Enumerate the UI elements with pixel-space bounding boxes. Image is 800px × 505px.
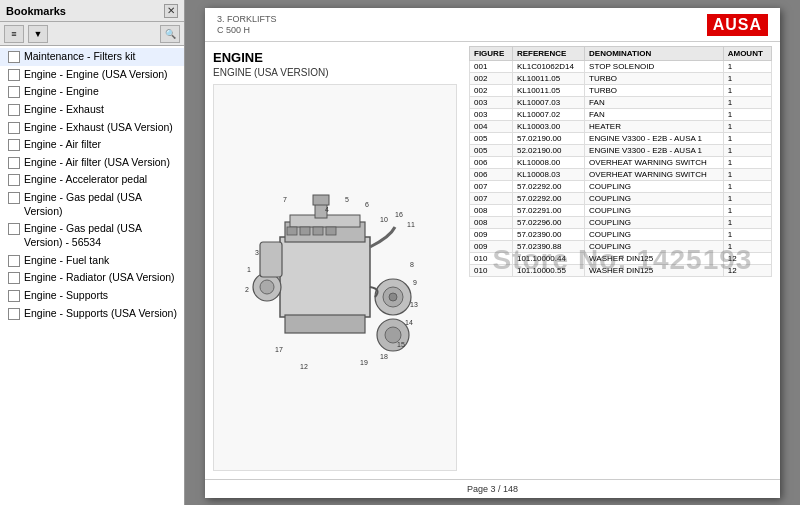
table-cell-16-3: 12 xyxy=(723,252,771,264)
bookmark-item-6[interactable]: Engine - Air filter (USA Version) xyxy=(0,154,184,172)
table-cell-4-2: FAN xyxy=(585,108,724,120)
bookmark-icon-13 xyxy=(8,308,20,320)
table-row: 00557.02190.00ENGINE V3300 - E2B - AUSA … xyxy=(470,132,772,144)
table-cell-14-1: 57.02390.00 xyxy=(512,228,584,240)
svg-text:17: 17 xyxy=(275,346,283,353)
table-cell-1-3: 1 xyxy=(723,72,771,84)
table-row: 010101.10000.44WASHER DIN12512 xyxy=(470,252,772,264)
bookmark-item-10[interactable]: Engine - Fuel tank xyxy=(0,252,184,270)
table-row: 002KL10011.05TURBO1 xyxy=(470,72,772,84)
table-cell-6-0: 005 xyxy=(470,132,513,144)
table-cell-11-0: 007 xyxy=(470,192,513,204)
table-cell-4-0: 003 xyxy=(470,108,513,120)
table-cell-0-3: 1 xyxy=(723,60,771,72)
toolbar-expand-button[interactable]: ≡ xyxy=(4,25,24,43)
bookmark-label-11: Engine - Radiator (USA Version) xyxy=(24,271,180,285)
page-header: 3. FORKLIFTS C 500 H AUSA xyxy=(205,8,780,42)
table-row: 00957.02390.00COUPLING1 xyxy=(470,228,772,240)
engine-diagram-svg: 4 5 6 10 16 11 8 9 13 14 15 18 19 12 xyxy=(225,177,445,377)
svg-rect-0 xyxy=(280,237,370,317)
svg-text:5: 5 xyxy=(345,196,349,203)
engine-title: ENGINE xyxy=(213,50,457,65)
table-cell-3-1: KL10007.03 xyxy=(512,96,584,108)
svg-text:12: 12 xyxy=(300,363,308,370)
bookmark-item-3[interactable]: Engine - Exhaust xyxy=(0,101,184,119)
table-cell-12-1: 57.02291.00 xyxy=(512,204,584,216)
bookmark-item-11[interactable]: Engine - Radiator (USA Version) xyxy=(0,269,184,287)
toolbar-search-button[interactable]: 🔍 xyxy=(160,25,180,43)
bookmark-item-4[interactable]: Engine - Exhaust (USA Version) xyxy=(0,119,184,137)
table-row: 004KL10003.00HEATER1 xyxy=(470,120,772,132)
bookmark-item-5[interactable]: Engine - Air filter xyxy=(0,136,184,154)
bookmark-icon-10 xyxy=(8,255,20,267)
bookmark-icon-12 xyxy=(8,290,20,302)
table-row: 00552.02190.00ENGINE V3300 - E2B - AUSA … xyxy=(470,144,772,156)
table-cell-5-1: KL10003.00 xyxy=(512,120,584,132)
table-cell-9-0: 006 xyxy=(470,168,513,180)
svg-rect-15 xyxy=(300,227,310,235)
table-cell-3-0: 003 xyxy=(470,96,513,108)
document-panel: 3. FORKLIFTS C 500 H AUSA ENGINE ENGINE … xyxy=(185,0,800,505)
svg-rect-14 xyxy=(287,227,297,235)
svg-text:6: 6 xyxy=(365,201,369,208)
svg-rect-17 xyxy=(326,227,336,235)
table-cell-10-0: 007 xyxy=(470,180,513,192)
table-row: 00757.02292.00COUPLING1 xyxy=(470,192,772,204)
table-cell-6-3: 1 xyxy=(723,132,771,144)
svg-text:8: 8 xyxy=(410,261,414,268)
svg-text:1: 1 xyxy=(247,266,251,273)
page-number: Page 3 / 148 xyxy=(467,484,518,494)
svg-text:16: 16 xyxy=(395,211,403,218)
bookmark-item-12[interactable]: Engine - Supports xyxy=(0,287,184,305)
table-cell-6-2: ENGINE V3300 - E2B - AUSA 1 xyxy=(585,132,724,144)
svg-text:9: 9 xyxy=(413,279,417,286)
svg-point-8 xyxy=(260,280,274,294)
bookmark-label-10: Engine - Fuel tank xyxy=(24,254,180,268)
table-header-reference: REFERENCE xyxy=(512,46,584,60)
bookmark-icon-9 xyxy=(8,223,20,235)
table-cell-8-1: KL10008.00 xyxy=(512,156,584,168)
bookmark-label-6: Engine - Air filter (USA Version) xyxy=(24,156,180,170)
table-cell-9-2: OVERHEAT WARNING SWITCH xyxy=(585,168,724,180)
table-cell-13-0: 008 xyxy=(470,216,513,228)
table-cell-9-3: 1 xyxy=(723,168,771,180)
table-cell-9-1: KL10008.03 xyxy=(512,168,584,180)
toolbar-options-button[interactable]: ▼ xyxy=(28,25,48,43)
table-cell-12-2: COUPLING xyxy=(585,204,724,216)
bookmark-item-9[interactable]: Engine - Gas pedal (USA Version) - 56534 xyxy=(0,220,184,251)
table-cell-1-2: TURBO xyxy=(585,72,724,84)
bookmark-icon-8 xyxy=(8,192,20,204)
bookmark-label-5: Engine - Air filter xyxy=(24,138,180,152)
bookmarks-close-button[interactable]: ✕ xyxy=(164,4,178,18)
table-cell-0-0: 001 xyxy=(470,60,513,72)
table-cell-7-3: 1 xyxy=(723,144,771,156)
bookmark-icon-6 xyxy=(8,157,20,169)
bookmark-item-1[interactable]: Engine - Engine (USA Version) xyxy=(0,66,184,84)
table-cell-10-3: 1 xyxy=(723,180,771,192)
bookmark-item-13[interactable]: Engine - Supports (USA Version) xyxy=(0,305,184,323)
bookmark-label-12: Engine - Supports xyxy=(24,289,180,303)
table-cell-0-1: KL1C01062D14 xyxy=(512,60,584,72)
bookmark-item-0[interactable]: Maintenance - Filters kit xyxy=(0,48,184,66)
table-cell-17-2: WASHER DIN125 xyxy=(585,264,724,276)
table-cell-13-2: COUPLING xyxy=(585,216,724,228)
table-row: 006KL10008.03OVERHEAT WARNING SWITCH1 xyxy=(470,168,772,180)
table-cell-11-3: 1 xyxy=(723,192,771,204)
table-cell-2-1: KL10011.05 xyxy=(512,84,584,96)
table-cell-8-3: 1 xyxy=(723,156,771,168)
bookmark-icon-4 xyxy=(8,122,20,134)
table-cell-16-1: 101.10000.44 xyxy=(512,252,584,264)
bookmark-icon-3 xyxy=(8,104,20,116)
bookmark-label-9: Engine - Gas pedal (USA Version) - 56534 xyxy=(24,222,180,249)
table-cell-2-2: TURBO xyxy=(585,84,724,96)
bookmark-item-7[interactable]: Engine - Accelerator pedal xyxy=(0,171,184,189)
bookmark-label-4: Engine - Exhaust (USA Version) xyxy=(24,121,180,135)
parts-table-area: Store No: 1425193 FIGUREREFERENCEDENOMIN… xyxy=(465,42,780,479)
table-cell-3-2: FAN xyxy=(585,96,724,108)
bookmark-label-8: Engine - Gas pedal (USA Version) xyxy=(24,191,180,218)
table-cell-5-3: 1 xyxy=(723,120,771,132)
bookmark-item-2[interactable]: Engine - Engine xyxy=(0,83,184,101)
table-row: 001KL1C01062D14STOP SOLENOID1 xyxy=(470,60,772,72)
table-row: 00857.02291.00COUPLING1 xyxy=(470,204,772,216)
bookmark-item-8[interactable]: Engine - Gas pedal (USA Version) xyxy=(0,189,184,220)
